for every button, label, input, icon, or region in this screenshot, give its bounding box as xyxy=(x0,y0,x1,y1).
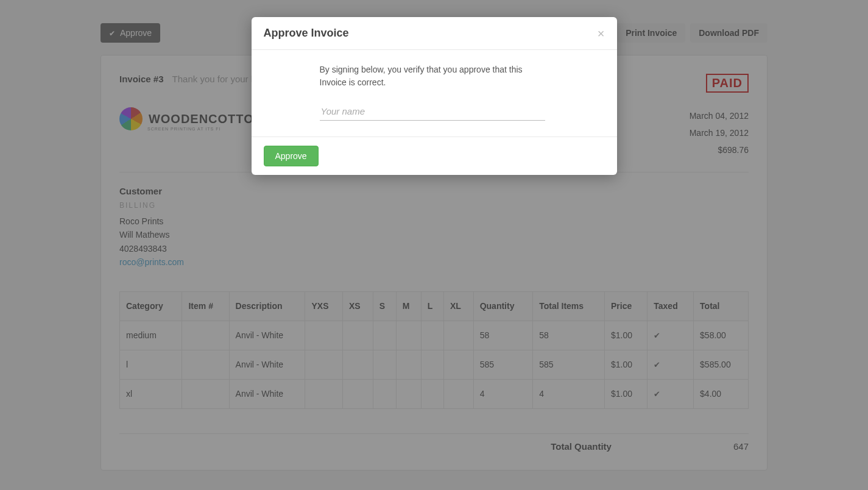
modal-overlay[interactable]: Approve Invoice × By signing below, you … xyxy=(0,0,868,490)
signature-input[interactable] xyxy=(320,102,545,121)
approve-invoice-modal: Approve Invoice × By signing below, you … xyxy=(252,17,617,175)
close-icon[interactable]: × xyxy=(598,27,605,40)
modal-approve-button[interactable]: Approve xyxy=(264,146,319,166)
modal-title: Approve Invoice xyxy=(264,27,349,40)
modal-body-text: By signing below, you verify that you ap… xyxy=(320,63,539,89)
